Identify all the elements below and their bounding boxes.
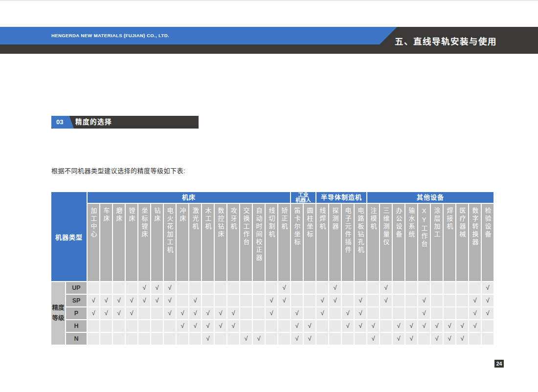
check-cell (367, 282, 379, 294)
check-cell (138, 320, 150, 332)
column-header-text: 交换工作台 (243, 207, 249, 246)
check-cell: √ (431, 333, 443, 345)
column-header-text: 电子元件插件 (345, 207, 351, 254)
check-cell: √ (342, 307, 354, 319)
check-cell (304, 295, 315, 306)
check-cell (304, 307, 315, 319)
column-header-cell: 焊接机 (444, 204, 455, 281)
check-cell (342, 282, 354, 294)
check-cell (266, 320, 277, 332)
check-cell (126, 320, 137, 332)
check-cell: √ (227, 320, 239, 332)
check-cell: √ (329, 295, 341, 306)
grade-label: UP (66, 282, 87, 294)
check-cell: √ (164, 295, 176, 306)
check-cell: √ (469, 307, 481, 319)
check-cell: √ (456, 320, 468, 332)
check-cell (266, 282, 277, 294)
check-cell: √ (316, 295, 328, 306)
column-header-cell: 镗床 (126, 204, 137, 281)
check-cell: √ (291, 307, 303, 319)
check-cell: √ (177, 320, 188, 332)
section-title: 精度的选择 (75, 116, 112, 129)
check-cell (380, 333, 392, 345)
column-header-cell: 攻牙机 (227, 204, 239, 281)
check-cell: √ (367, 320, 379, 332)
check-cell (240, 295, 252, 306)
check-cell (278, 320, 290, 332)
column-header-cell: 矫正机 (278, 204, 290, 281)
check-cell: √ (469, 295, 481, 306)
check-cell: √ (126, 307, 137, 319)
check-cell (393, 307, 404, 319)
check-cell (227, 282, 239, 294)
check-cell (88, 333, 99, 345)
check-cell (253, 307, 265, 319)
check-cell (202, 295, 214, 306)
grade-label: N (66, 333, 87, 345)
check-cell: √ (469, 320, 481, 332)
check-cell (456, 307, 468, 319)
check-cell: √ (418, 307, 430, 319)
column-header-cell: 输水系统 (405, 204, 417, 281)
check-cell: √ (342, 320, 354, 332)
column-header-text: 激光机 (192, 207, 199, 231)
document-page: HENGERDA NEW MATERIALS (FUJIAN) CO., LTD… (0, 0, 538, 392)
check-cell: √ (367, 333, 379, 345)
column-header-text: 钻床 (154, 207, 160, 223)
check-cell (227, 333, 239, 345)
column-header-text: 电火花加工机 (167, 207, 173, 254)
check-cell: √ (482, 295, 493, 306)
column-header-text: 木工机 (205, 207, 211, 231)
check-cell: √ (266, 307, 277, 319)
check-cell: √ (380, 282, 392, 294)
check-cell (189, 282, 201, 294)
column-header-text: 车床 (103, 207, 110, 223)
check-cell (469, 333, 481, 345)
check-cell: √ (431, 320, 443, 332)
check-cell (291, 295, 303, 306)
column-group-header: 半导体制造机 (316, 192, 366, 203)
check-cell (138, 333, 150, 345)
column-header-cell: 激光机 (189, 204, 201, 281)
column-header-text: 三维测量仪 (383, 207, 389, 246)
column-header-cell: 交换工作台 (240, 204, 252, 281)
check-cell (444, 282, 455, 294)
check-cell (151, 307, 163, 319)
check-cell: √ (304, 333, 315, 345)
check-cell: √ (177, 307, 188, 319)
check-cell: √ (278, 295, 290, 306)
check-cell: √ (482, 282, 493, 294)
page-number-badge: 24 (494, 360, 504, 368)
column-header-cell: XY工作台 (418, 204, 430, 281)
check-cell: √ (240, 333, 252, 345)
check-cell (266, 333, 277, 345)
section-number: 03 (51, 116, 74, 129)
check-cell (393, 295, 404, 306)
check-cell: √ (405, 320, 417, 332)
check-cell (444, 307, 455, 319)
column-header-text: 磨床 (116, 207, 122, 223)
check-cell (444, 295, 455, 306)
check-cell (456, 295, 468, 306)
table-body: 机器类型机床工业机器人半导体制造机其他设备加工中心车床磨床镗床坐标镗床钻床电火花… (51, 192, 493, 345)
check-cell: √ (151, 282, 163, 294)
column-header-text: 探测器 (332, 207, 338, 231)
check-cell (113, 333, 125, 345)
check-cell: √ (202, 333, 214, 345)
check-cell: √ (304, 320, 315, 332)
column-header-text: 圆柱坐标 (307, 207, 313, 239)
check-cell (367, 295, 379, 306)
check-cell (482, 333, 493, 345)
check-cell (215, 282, 226, 294)
check-cell (278, 307, 290, 319)
check-cell (100, 282, 112, 294)
check-cell (189, 333, 201, 345)
check-cell: √ (355, 320, 366, 332)
check-cell: √ (215, 307, 226, 319)
check-cell (431, 307, 443, 319)
check-cell (380, 307, 392, 319)
column-header-text: 笛卡尔坐标 (294, 207, 300, 246)
check-cell: √ (100, 295, 112, 306)
column-group-header: 其他设备 (367, 192, 493, 203)
